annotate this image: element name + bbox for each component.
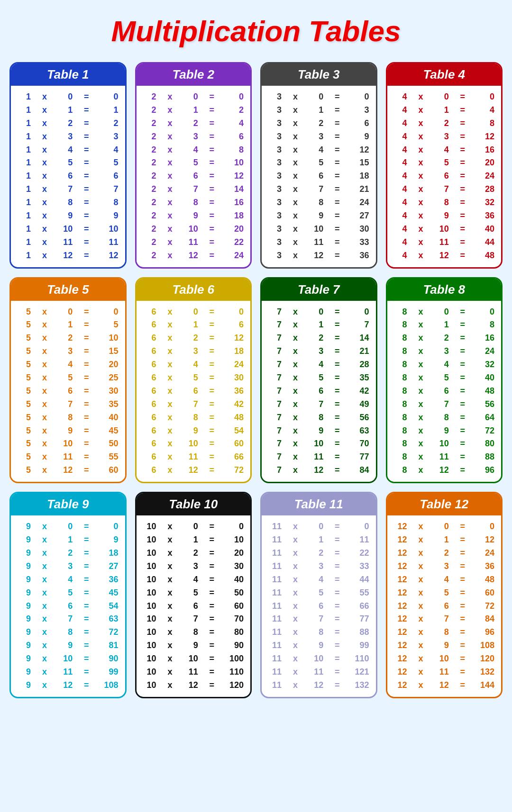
table-body-1: 1 x 0 = 0 1 x 1 = 1 1 x 2 = 2 1 x 3 = 3 … — [11, 86, 125, 267]
table-row: 5 x 10 = 50 — [18, 437, 119, 451]
row-equals: = — [459, 520, 466, 533]
row-base: 3 — [268, 183, 282, 196]
row-base: 4 — [394, 183, 407, 196]
table-row: 3 x 2 = 6 — [268, 117, 369, 130]
table-row: 9 x 3 = 27 — [18, 560, 119, 573]
row-base: 6 — [143, 437, 156, 451]
row-base: 2 — [143, 196, 156, 209]
row-multiplier: 0 — [309, 306, 323, 319]
row-equals: = — [82, 318, 90, 332]
table-body-5: 5 x 0 = 0 5 x 1 = 5 5 x 2 = 10 5 x 3 = 1… — [11, 301, 125, 482]
row-base: 4 — [394, 117, 407, 130]
row-equals: = — [459, 679, 466, 692]
row-result: 50 — [101, 437, 119, 451]
table-header-11: Table 11 — [262, 493, 376, 515]
row-equals: = — [459, 586, 466, 600]
row-x-symbol: x — [166, 600, 174, 613]
row-x-symbol: x — [166, 345, 174, 358]
table-row: 5 x 7 = 35 — [18, 398, 119, 411]
row-result: 27 — [351, 209, 369, 223]
page-title: Multiplication Tables — [9, 14, 503, 48]
row-multiplier: 2 — [58, 117, 73, 130]
row-equals: = — [333, 144, 341, 157]
row-base: 2 — [143, 130, 156, 144]
row-multiplier: 0 — [435, 520, 449, 533]
row-result: 35 — [351, 371, 369, 385]
row-base: 7 — [268, 371, 282, 385]
row-x-symbol: x — [41, 117, 48, 130]
row-multiplier: 2 — [184, 547, 198, 560]
row-equals: = — [82, 90, 90, 104]
row-result: 99 — [101, 666, 119, 679]
row-multiplier: 9 — [435, 639, 449, 652]
row-result: 14 — [226, 183, 244, 196]
row-x-symbol: x — [166, 183, 174, 196]
row-equals: = — [82, 573, 90, 586]
row-x-symbol: x — [292, 236, 299, 249]
row-result: 42 — [351, 385, 369, 398]
row-equals: = — [333, 170, 341, 183]
row-base: 11 — [268, 573, 282, 586]
table-row: 8 x 3 = 24 — [394, 345, 495, 358]
row-x-symbol: x — [292, 306, 299, 319]
row-result: 12 — [101, 249, 119, 262]
row-multiplier: 5 — [435, 586, 449, 600]
row-x-symbol: x — [292, 666, 299, 679]
table-row: 8 x 2 = 16 — [394, 332, 495, 345]
row-equals: = — [333, 533, 341, 547]
row-result: 7 — [351, 318, 369, 332]
row-equals: = — [82, 464, 90, 477]
row-multiplier: 1 — [184, 318, 198, 332]
row-result: 60 — [226, 437, 244, 451]
table-header-5: Table 5 — [11, 279, 125, 301]
row-result: 56 — [351, 411, 369, 424]
row-multiplier: 2 — [184, 117, 198, 130]
row-equals: = — [208, 332, 216, 345]
row-multiplier: 0 — [309, 520, 323, 533]
row-multiplier: 5 — [309, 371, 323, 385]
row-x-symbol: x — [166, 626, 174, 639]
row-base: 7 — [268, 306, 282, 319]
row-base: 11 — [268, 560, 282, 573]
row-result: 18 — [226, 209, 244, 223]
row-equals: = — [208, 586, 216, 600]
row-result: 121 — [351, 666, 369, 679]
row-multiplier: 2 — [435, 547, 449, 560]
row-equals: = — [82, 600, 90, 613]
row-x-symbol: x — [166, 451, 174, 464]
row-base: 11 — [268, 666, 282, 679]
row-equals: = — [333, 451, 341, 464]
row-equals: = — [208, 626, 216, 639]
row-multiplier: 8 — [184, 626, 198, 639]
table-row: 12 x 9 = 108 — [394, 639, 495, 652]
row-x-symbol: x — [417, 156, 425, 170]
table-card-4: Table 4 4 x 0 = 0 4 x 1 = 4 4 x 2 = 8 4 … — [386, 62, 503, 269]
row-x-symbol: x — [41, 144, 48, 157]
row-multiplier: 6 — [309, 600, 323, 613]
row-multiplier: 4 — [309, 573, 323, 586]
row-x-symbol: x — [417, 613, 425, 626]
row-equals: = — [82, 411, 90, 424]
row-multiplier: 0 — [309, 90, 323, 104]
table-row: 5 x 5 = 25 — [18, 371, 119, 385]
row-base: 8 — [394, 437, 407, 451]
row-multiplier: 11 — [58, 666, 73, 679]
table-card-1: Table 1 1 x 0 = 0 1 x 1 = 1 1 x 2 = 2 1 … — [9, 62, 127, 269]
table-row: 1 x 6 = 6 — [18, 170, 119, 183]
row-x-symbol: x — [292, 117, 299, 130]
row-base: 9 — [18, 600, 31, 613]
row-multiplier: 0 — [58, 520, 73, 533]
row-result: 27 — [101, 560, 119, 573]
row-multiplier: 4 — [435, 144, 449, 157]
row-multiplier: 7 — [435, 183, 449, 196]
row-equals: = — [459, 371, 466, 385]
row-result: 21 — [351, 183, 369, 196]
row-x-symbol: x — [292, 385, 299, 398]
row-x-symbol: x — [166, 586, 174, 600]
row-result: 33 — [351, 236, 369, 249]
row-result: 66 — [226, 451, 244, 464]
row-x-symbol: x — [41, 345, 48, 358]
table-card-12: Table 12 12 x 0 = 0 12 x 1 = 12 12 x 2 =… — [386, 492, 503, 698]
tables-grid: Table 1 1 x 0 = 0 1 x 1 = 1 1 x 2 = 2 1 … — [9, 62, 503, 698]
table-row: 1 x 12 = 12 — [18, 249, 119, 262]
